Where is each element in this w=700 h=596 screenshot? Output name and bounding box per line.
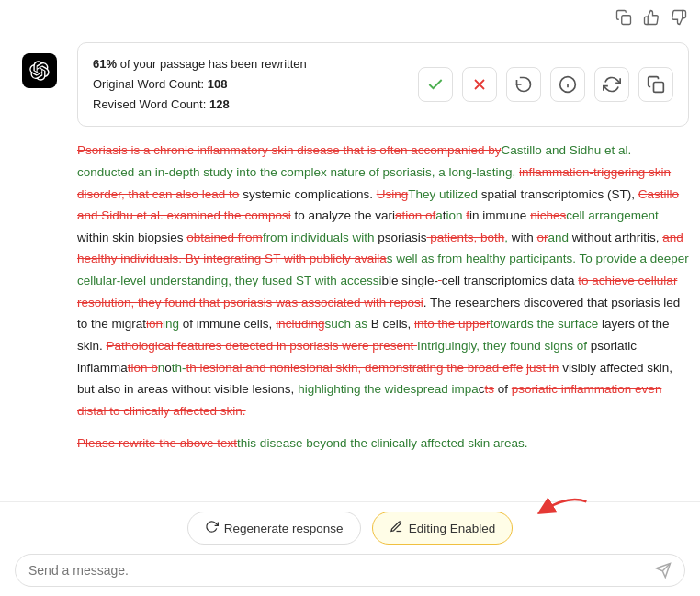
regenerate-label: Regenerate response bbox=[224, 522, 344, 535]
original-count: 108 bbox=[208, 77, 228, 91]
chat-area: 61% of your passage has been rewritten O… bbox=[0, 35, 700, 501]
revised-count: 128 bbox=[209, 97, 230, 111]
stats-text: 61% of your passage has been rewritten O… bbox=[93, 54, 307, 115]
copy2-button[interactable] bbox=[638, 67, 673, 102]
pencil-icon bbox=[390, 520, 403, 536]
assistant-logo bbox=[22, 53, 57, 88]
refresh-button[interactable] bbox=[594, 67, 629, 102]
message-content: 61% of your passage has been rewritten O… bbox=[77, 42, 689, 455]
svg-rect-0 bbox=[622, 16, 631, 25]
send-button[interactable] bbox=[655, 562, 672, 579]
stats-icons bbox=[418, 67, 673, 102]
bottom-area: Regenerate response Editing Enabled bbox=[0, 501, 700, 596]
thumbs-down-icon[interactable] bbox=[669, 7, 689, 28]
revised-label: Revised Word Count: bbox=[93, 97, 206, 111]
editing-enabled-button[interactable]: Editing Enabled bbox=[372, 512, 514, 545]
rewrite-percent: 61% bbox=[93, 57, 117, 71]
info-button[interactable] bbox=[550, 67, 585, 102]
stats-box: 61% of your passage has been rewritten O… bbox=[77, 42, 689, 127]
message-input[interactable] bbox=[28, 563, 655, 578]
editing-label: Editing Enabled bbox=[409, 522, 496, 535]
top-bar bbox=[0, 0, 700, 35]
regenerate-button[interactable]: Regenerate response bbox=[187, 512, 361, 545]
prompt-text: Please rewrite the above textthis diseas… bbox=[77, 433, 689, 455]
rewrite-label: of your passage has been rewritten bbox=[120, 57, 307, 71]
svg-rect-6 bbox=[654, 83, 664, 93]
regen-icon bbox=[205, 520, 219, 536]
message-row: 61% of your passage has been rewritten O… bbox=[0, 35, 700, 462]
undo-button[interactable] bbox=[506, 67, 541, 102]
diff-text: Psoriasis is a chronic inflammatory skin… bbox=[77, 140, 689, 422]
reject-button[interactable] bbox=[462, 67, 497, 102]
original-label: Original Word Count: bbox=[93, 77, 204, 91]
action-buttons: Regenerate response Editing Enabled bbox=[15, 512, 685, 545]
copy-icon[interactable] bbox=[614, 7, 634, 28]
thumbs-up-icon[interactable] bbox=[641, 7, 661, 28]
message-input-row bbox=[15, 554, 685, 587]
accept-button[interactable] bbox=[418, 67, 453, 102]
